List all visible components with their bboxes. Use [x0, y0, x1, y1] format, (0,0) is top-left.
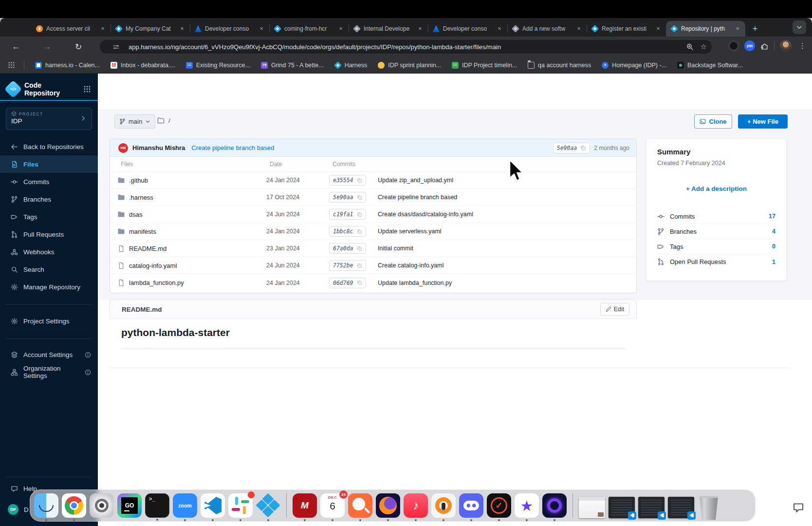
commit-message[interactable]: Initial commit	[378, 245, 413, 252]
purple-ring-app-dock-icon[interactable]	[542, 493, 567, 518]
sidebar-item-organization-settings[interactable]: Organization Settings	[0, 363, 98, 381]
bookmark-harness[interactable]: Harness	[334, 62, 368, 69]
extensions-puzzle-icon[interactable]	[760, 42, 769, 50]
sidebar-item-files[interactable]: Files	[0, 155, 98, 173]
file-name[interactable]: README.md	[129, 245, 266, 252]
file-name[interactable]: .harness	[129, 194, 266, 201]
info-icon[interactable]	[85, 352, 91, 358]
add-description-link[interactable]: + Add a description	[657, 185, 775, 192]
tab-access-server[interactable]: Access server cli×	[31, 21, 111, 37]
music-dock-icon[interactable]: ♪	[404, 493, 428, 518]
commit-hash-chip[interactable]: 7752be	[329, 260, 366, 271]
commit-hash-chip[interactable]: 67a0da	[329, 243, 366, 254]
vscode-dock-icon[interactable]	[201, 493, 225, 518]
star-app-dock-icon[interactable]: ★	[515, 493, 539, 518]
tab-coming-from-hcr[interactable]: coming-from-hcr×	[269, 21, 349, 37]
tab-close-icon[interactable]: ×	[258, 25, 265, 33]
table-row[interactable]: README.md 23 Jan 2024 67a0da Initial com…	[110, 240, 636, 257]
apps-grid-icon[interactable]	[8, 61, 15, 69]
tab-my-company-catalog[interactable]: My Company Cat×	[111, 21, 190, 37]
sidebar-item-tags[interactable]: Tags	[0, 208, 98, 225]
system-settings-dock-icon[interactable]	[90, 493, 114, 518]
edit-button[interactable]: Edit	[600, 303, 629, 316]
sidebar-item-webhooks[interactable]: Webhooks	[0, 243, 98, 261]
firefox-dock-icon[interactable]	[376, 493, 400, 518]
new-tab-button[interactable]: +	[748, 22, 762, 36]
harness-dock-icon[interactable]	[256, 493, 280, 518]
clone-button[interactable]: Clone	[694, 114, 732, 129]
branch-selector-button[interactable]: main	[114, 114, 155, 129]
tab-repository-active[interactable]: Repository | pyth×	[666, 21, 745, 37]
tab-developer-console-1[interactable]: Developer conso×	[190, 21, 269, 37]
project-selector[interactable]: PROJECT IDP	[6, 108, 92, 130]
commit-hash-chip[interactable]: c19fa1	[329, 209, 366, 220]
extension-icon[interactable]	[728, 40, 739, 51]
chrome-dock-icon[interactable]	[62, 493, 86, 518]
postman-dock-icon[interactable]	[348, 493, 372, 518]
sidebar-item-account-settings[interactable]: Account Settings	[0, 346, 98, 363]
sidebar-item-pull-requests[interactable]: Pull Requests	[0, 225, 98, 243]
bookmark-idp-timeline[interactable]: IDP Project timelin...	[452, 62, 517, 69]
copy-icon[interactable]	[357, 195, 362, 200]
tab-register-existing[interactable]: Register an existi×	[587, 21, 666, 37]
commit-message[interactable]: Create pipeline branch based	[378, 194, 457, 201]
copy-icon[interactable]	[357, 178, 362, 183]
file-name[interactable]: dsas	[129, 211, 266, 218]
bookmark-inbox[interactable]: Inbox - debabrata....	[111, 62, 175, 69]
middleware-dock-icon[interactable]: M	[293, 493, 317, 518]
trash-dock-icon[interactable]	[698, 495, 720, 520]
zoom-level-icon[interactable]	[686, 43, 694, 51]
copy-icon[interactable]	[580, 145, 586, 151]
bookmark-harness-calendar[interactable]: harness.io - Calen...	[35, 62, 100, 69]
stat-branches[interactable]: Branches 4	[657, 224, 775, 239]
sidebar-item-project-settings[interactable]: Project Settings	[0, 312, 98, 330]
tab-close-icon[interactable]: ×	[99, 25, 107, 33]
chrome-menu-icon[interactable]: ⋮	[797, 41, 808, 50]
commit-hash-chip[interactable]: 1bbc8c	[329, 226, 366, 237]
bookmark-backstage[interactable]: Backstage Softwar...	[677, 62, 743, 69]
file-name[interactable]: manifests	[129, 228, 266, 235]
tab-close-icon[interactable]: ×	[575, 25, 583, 33]
tab-developer-console-2[interactable]: Developer conso×	[428, 21, 507, 37]
bookmark-existing-resource[interactable]: Existing Resource...	[186, 62, 250, 69]
bookmark-homepage-idp[interactable]: Homepage (IDP) -...	[602, 62, 666, 69]
bookmark-star-icon[interactable]: ☆	[701, 42, 707, 51]
commit-message[interactable]: Update serverless.yaml	[378, 228, 442, 235]
sidebar-item-commits[interactable]: Commits	[0, 173, 98, 190]
discord-dock-icon[interactable]	[459, 493, 483, 518]
stat-open-pull-requests[interactable]: Open Pull Requests 1	[657, 254, 775, 269]
commit-message[interactable]: Create catalog-info.yaml	[378, 262, 443, 269]
profile-avatar[interactable]	[780, 40, 792, 52]
commit-message-link[interactable]: Create pipeline branch based	[191, 144, 274, 151]
table-row[interactable]: .github 24 Jan 2024 e35554 Update zip_an…	[110, 172, 636, 189]
file-name[interactable]: lambda_function.py	[129, 279, 266, 286]
table-row[interactable]: dsas 24 Jun 2024 c19fa1 Create dsas/dasd…	[110, 206, 636, 223]
tab-close-icon[interactable]: ×	[416, 25, 424, 33]
table-row[interactable]: manifests 24 Jan 2024 1bbc8c Update serv…	[110, 223, 636, 240]
file-name[interactable]: catalog-info.yaml	[129, 262, 266, 269]
tab-search-chevron-button[interactable]	[793, 20, 806, 34]
minimized-finder-window[interactable]	[579, 497, 605, 518]
commit-message[interactable]: Update zip_and_upload.yml	[378, 177, 453, 184]
commit-hash-chip[interactable]: 5e90aa	[329, 192, 366, 203]
terminal-dock-icon[interactable]	[145, 493, 169, 518]
tab-add-new-software[interactable]: Add a new softw×	[507, 21, 587, 37]
sidebar-item-branches[interactable]: Branches	[0, 190, 98, 208]
site-settings-icon[interactable]	[112, 43, 120, 51]
tab-close-icon[interactable]: ×	[337, 25, 345, 33]
bookmark-idp-sprint[interactable]: IDP sprint plannin...	[378, 62, 441, 69]
commit-message[interactable]: Update lambda_function.py	[378, 280, 452, 286]
stat-commits[interactable]: Commits 17	[657, 209, 775, 224]
table-row[interactable]: catalog-info.yaml 24 Jun 2024 7752be Cre…	[110, 257, 636, 274]
bookmark-grind75[interactable]: 75Grind 75 - A bette...	[261, 62, 324, 69]
module-grid-icon[interactable]	[83, 85, 91, 93]
bookmark-qa-account[interactable]: qa account harness	[528, 62, 591, 69]
new-file-button[interactable]: + New File	[738, 114, 788, 129]
zoom-dock-icon[interactable]: zoom	[173, 493, 197, 518]
copy-icon[interactable]	[357, 263, 362, 268]
minimized-code-window[interactable]	[609, 497, 635, 518]
info-icon[interactable]	[85, 369, 91, 376]
folder-icon[interactable]	[157, 117, 165, 124]
file-name[interactable]: .github	[129, 177, 266, 184]
commit-hash-chip[interactable]: 5e90aa	[553, 143, 591, 153]
